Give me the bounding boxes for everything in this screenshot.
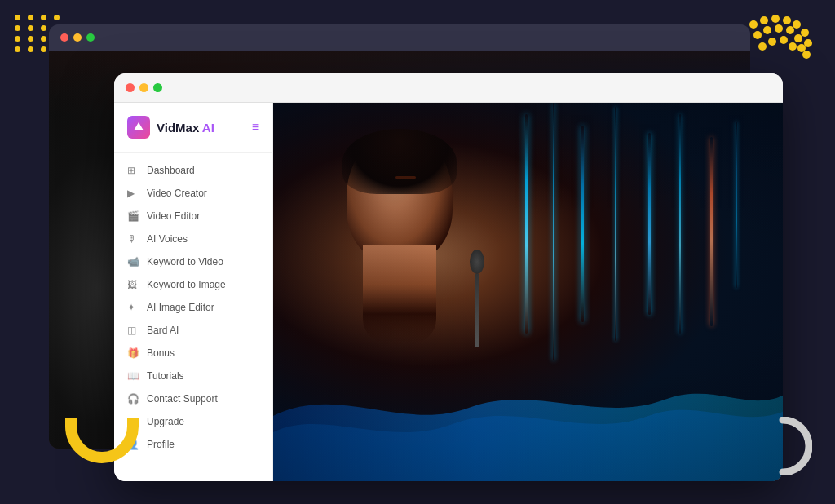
svg-point-10	[775, 24, 783, 33]
svg-point-3	[783, 16, 791, 24]
nav-item-video-editor[interactable]: 🎬Video Editor	[114, 205, 272, 228]
nav-item-label: Keyword to Image	[147, 279, 226, 290]
video-icon: ▶	[127, 188, 139, 199]
nav-item-label: Video Creator	[147, 188, 207, 199]
svg-point-2	[771, 15, 780, 23]
nav-item-tutorials[interactable]: 📖Tutorials	[114, 365, 272, 387]
nav-menu: ⊞Dashboard▶Video Creator🎬Video Editor🎙AI…	[114, 159, 272, 456]
logo-icon	[127, 116, 150, 139]
nav-item-contact-support[interactable]: 🎧Contact Support	[114, 387, 272, 410]
nav-item-label: AI Image Editor	[147, 302, 214, 313]
svg-point-7	[802, 51, 811, 59]
nav-item-bonus[interactable]: 🎁Bonus	[114, 342, 272, 365]
decorative-arc-bottomright	[753, 417, 812, 475]
headphones-icon: 🎧	[127, 393, 139, 405]
nav-item-dashboard[interactable]: ⊞Dashboard	[114, 159, 272, 182]
nav-item-label: Video Editor	[147, 210, 200, 222]
nav-item-bard-ai[interactable]: ◫Bard AI	[114, 319, 272, 342]
image-icon: 🖼	[127, 279, 139, 290]
svg-point-15	[768, 38, 776, 46]
nav-item-label: Contact Support	[147, 393, 218, 405]
browser-content: VidMax AI ≡ ⊞Dashboard▶Video Creator🎬Vid…	[114, 103, 783, 481]
nav-item-label: Bonus	[147, 347, 175, 359]
nav-item-label: Profile	[147, 439, 175, 450]
settings-icon: ✦	[127, 302, 139, 313]
nav-item-ai-voices[interactable]: 🎙AI Voices	[114, 228, 272, 250]
svg-point-8	[753, 31, 762, 39]
svg-point-16	[780, 36, 788, 44]
svg-marker-18	[134, 122, 144, 130]
browser-back-titlebar	[49, 24, 750, 51]
nav-item-label: Upgrade	[147, 416, 184, 427]
traffic-light-green	[153, 83, 162, 92]
svg-point-17	[789, 42, 797, 51]
sidebar-logo: VidMax AI ≡	[114, 116, 272, 153]
browser-window-front: VidMax AI ≡ ⊞Dashboard▶Video Creator🎬Vid…	[114, 73, 783, 481]
cpu-icon: ◫	[127, 325, 139, 336]
browser-front-titlebar	[114, 73, 783, 103]
file-video-icon: 📹	[127, 256, 139, 267]
svg-point-5	[801, 29, 809, 37]
svg-point-9	[763, 26, 771, 34]
svg-point-14	[758, 42, 767, 51]
nav-item-keyword-to-video[interactable]: 📹Keyword to Video	[114, 250, 272, 273]
svg-point-12	[794, 34, 802, 42]
nav-item-label: Keyword to Video	[147, 256, 223, 267]
grid-icon: ⊞	[127, 165, 139, 176]
svg-point-11	[786, 26, 794, 34]
logo-text: VidMax AI	[157, 121, 214, 135]
svg-point-4	[793, 20, 801, 29]
svg-point-1	[760, 16, 768, 24]
gift-icon: 🎁	[127, 347, 139, 359]
traffic-light-red	[126, 83, 135, 92]
menu-icon[interactable]: ≡	[252, 120, 259, 135]
nav-item-keyword-to-image[interactable]: 🖼Keyword to Image	[114, 273, 272, 296]
nav-item-label: Tutorials	[147, 370, 184, 382]
book-icon: 📖	[127, 370, 139, 382]
mic-icon: 🎙	[127, 233, 139, 245]
traffic-light-yellow	[139, 83, 148, 92]
nav-item-video-creator[interactable]: ▶Video Creator	[114, 182, 272, 205]
nav-item-label: Dashboard	[147, 165, 195, 176]
nav-item-label: Bard AI	[147, 325, 179, 336]
nav-item-ai-image-editor[interactable]: ✦AI Image Editor	[114, 296, 272, 319]
nav-item-label: AI Voices	[147, 233, 188, 245]
svg-point-13	[797, 44, 806, 52]
svg-point-6	[804, 39, 812, 47]
main-video-area	[273, 103, 783, 481]
svg-point-0	[749, 20, 758, 29]
nav-item-profile[interactable]: 👤Profile	[114, 433, 272, 456]
film-icon: 🎬	[127, 210, 139, 222]
